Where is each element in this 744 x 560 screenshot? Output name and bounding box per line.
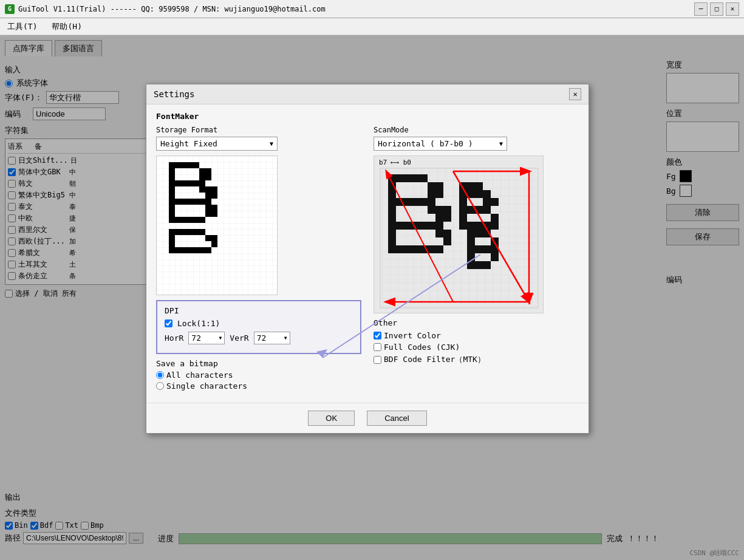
dpi-hor-dropdown[interactable]: 72 ▼ [188, 332, 225, 344]
svg-rect-21 [205, 186, 211, 193]
svg-rect-31 [199, 199, 205, 205]
svg-rect-45 [169, 229, 175, 235]
svg-rect-41 [181, 217, 187, 223]
svg-rect-53 [211, 235, 217, 241]
scan-b7-b0-label: b7 ⟵→ b0 [379, 159, 411, 166]
svg-rect-76 [388, 198, 396, 206]
svg-rect-78 [404, 198, 412, 206]
bitmap-svg [157, 156, 278, 295]
storage-format-arrow: ▼ [270, 140, 273, 147]
svg-rect-138 [467, 253, 475, 261]
svg-rect-42 [187, 217, 193, 223]
scanmode-label: ScanMode [374, 126, 579, 134]
svg-rect-6 [193, 162, 199, 168]
svg-rect-36 [169, 211, 175, 217]
scanmode-dropdown[interactable]: Horizontal ( b7-b0 ) ▼ [374, 137, 507, 151]
svg-rect-85 [443, 206, 451, 214]
svg-rect-3 [175, 162, 181, 168]
svg-rect-142 [483, 261, 491, 269]
svg-rect-99 [388, 237, 396, 245]
single-chars-radio[interactable] [156, 382, 164, 390]
svg-rect-35 [211, 205, 217, 211]
svg-rect-25 [211, 193, 217, 199]
scanmode-preview: b7 ⟵→ b0 [374, 155, 544, 313]
svg-rect-58 [181, 247, 187, 253]
dialog-title: Settings [154, 89, 194, 99]
minimize-button[interactable]: ─ [694, 2, 708, 16]
svg-rect-141 [475, 261, 483, 269]
dialog-columns: Storage Format Height Fixed ▼ [156, 126, 579, 395]
scanmode-arrow: ▼ [499, 140, 503, 147]
cancel-button[interactable]: Cancel [367, 411, 426, 426]
svg-rect-62 [205, 247, 211, 253]
svg-rect-49 [193, 229, 199, 235]
svg-rect-28 [181, 199, 187, 205]
svg-rect-109 [467, 182, 475, 190]
svg-rect-103 [404, 245, 412, 253]
svg-rect-38 [211, 211, 217, 217]
invert-color-checkbox[interactable] [374, 332, 381, 340]
svg-rect-27 [175, 199, 181, 205]
svg-rect-18 [199, 180, 205, 186]
svg-rect-15 [181, 180, 187, 186]
svg-rect-52 [205, 235, 211, 241]
svg-rect-106 [428, 245, 435, 253]
svg-rect-43 [193, 217, 199, 223]
svg-rect-122 [459, 214, 467, 222]
svg-rect-30 [193, 199, 199, 205]
svg-rect-121 [483, 206, 491, 214]
svg-rect-97 [435, 230, 443, 237]
bdf-code-filter-checkbox[interactable] [374, 356, 381, 364]
scanmode-value: Horizontal ( b7-b0 ) [378, 139, 473, 148]
svg-rect-116 [483, 198, 491, 206]
dpi-ver-value: 72 [257, 333, 267, 343]
menu-help[interactable]: 帮助(H) [49, 20, 84, 33]
svg-rect-14 [175, 180, 181, 186]
invert-color-option: Invert Color [374, 331, 579, 340]
svg-rect-102 [396, 245, 404, 253]
svg-rect-81 [428, 198, 435, 206]
dpi-lock-checkbox[interactable] [165, 319, 172, 327]
full-codes-checkbox[interactable] [374, 343, 381, 351]
svg-rect-7 [169, 168, 175, 174]
svg-rect-95 [435, 222, 443, 230]
ok-button[interactable]: OK [308, 411, 355, 426]
all-chars-radio[interactable] [156, 371, 164, 379]
dialog-right-col: ScanMode Horizontal ( b7-b0 ) ▼ b7 ⟵→ b0 [374, 126, 579, 395]
svg-rect-83 [428, 206, 435, 214]
svg-rect-87 [435, 214, 443, 222]
svg-rect-12 [205, 174, 211, 180]
dpi-lock-row: Lock(1:1) [165, 319, 353, 328]
maximize-button[interactable]: □ [710, 2, 723, 16]
svg-rect-13 [169, 180, 175, 186]
svg-rect-66 [396, 174, 404, 182]
svg-rect-24 [205, 193, 211, 199]
dpi-hor-label: HorR [165, 333, 183, 343]
svg-rect-124 [459, 222, 467, 230]
dpi-ver-dropdown[interactable]: 72 ▼ [254, 332, 290, 344]
dialog-title-bar: Settings ✕ [146, 84, 589, 104]
menu-tools[interactable]: 工具(T) [5, 20, 39, 33]
dpi-values-row: HorR 72 ▼ VerR 72 ▼ [165, 332, 353, 344]
svg-rect-46 [175, 229, 181, 235]
storage-format-dropdown[interactable]: Height Fixed ▼ [156, 137, 278, 151]
svg-rect-82 [388, 206, 396, 214]
svg-rect-44 [199, 217, 205, 223]
svg-rect-75 [435, 190, 443, 198]
svg-rect-8 [199, 168, 205, 174]
dpi-title: DPI [165, 306, 353, 315]
svg-rect-101 [388, 245, 396, 253]
app-icon: G [5, 4, 15, 14]
svg-rect-57 [175, 247, 181, 253]
svg-rect-107 [435, 245, 443, 253]
all-chars-option: All characters [156, 370, 361, 380]
svg-rect-34 [205, 205, 211, 211]
svg-rect-132 [467, 237, 475, 245]
close-button[interactable]: ✕ [726, 2, 739, 16]
scanmode-svg [374, 156, 544, 313]
dialog-close-button[interactable]: ✕ [569, 88, 581, 100]
invert-color-label: Invert Color [384, 331, 441, 340]
dialog-footer: OK Cancel [146, 403, 589, 433]
other-section: Other Invert Color Full Codes (CJK) BDF … [374, 318, 579, 365]
other-title: Other [374, 318, 579, 327]
